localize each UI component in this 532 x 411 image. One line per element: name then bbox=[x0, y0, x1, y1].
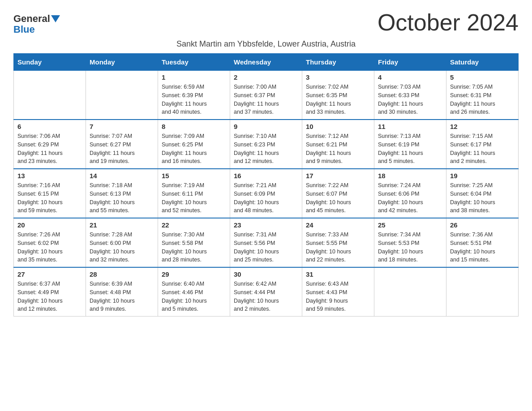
calendar-cell: 11Sunrise: 7:13 AM Sunset: 6:19 PM Dayli… bbox=[374, 120, 446, 169]
calendar-cell: 6Sunrise: 7:06 AM Sunset: 6:29 PM Daylig… bbox=[14, 120, 86, 169]
day-number: 30 bbox=[234, 270, 298, 278]
day-info: Sunrise: 7:31 AM Sunset: 5:56 PM Dayligh… bbox=[234, 231, 298, 264]
calendar-week-row: 13Sunrise: 7:16 AM Sunset: 6:15 PM Dayli… bbox=[14, 169, 519, 218]
day-number: 22 bbox=[162, 221, 226, 229]
day-number: 15 bbox=[162, 172, 226, 180]
day-info: Sunrise: 7:07 AM Sunset: 6:27 PM Dayligh… bbox=[90, 132, 154, 166]
location-subtitle: Sankt Martin am Ybbsfelde, Lower Austria… bbox=[13, 39, 519, 49]
day-number: 8 bbox=[162, 123, 226, 130]
calendar-cell: 22Sunrise: 7:30 AM Sunset: 5:58 PM Dayli… bbox=[158, 218, 230, 267]
day-number: 16 bbox=[234, 172, 298, 180]
calendar-cell: 25Sunrise: 7:34 AM Sunset: 5:53 PM Dayli… bbox=[374, 218, 446, 267]
weekday-header-tuesday: Tuesday bbox=[158, 54, 230, 71]
day-info: Sunrise: 7:33 AM Sunset: 5:55 PM Dayligh… bbox=[306, 231, 370, 264]
day-number: 12 bbox=[450, 123, 515, 130]
calendar-week-row: 27Sunrise: 6:37 AM Sunset: 4:49 PM Dayli… bbox=[14, 267, 519, 317]
day-number: 9 bbox=[234, 123, 298, 130]
calendar-cell: 18Sunrise: 7:24 AM Sunset: 6:06 PM Dayli… bbox=[374, 169, 446, 218]
calendar-cell: 8Sunrise: 7:09 AM Sunset: 6:25 PM Daylig… bbox=[158, 120, 230, 169]
day-number: 25 bbox=[378, 221, 442, 229]
day-info: Sunrise: 7:19 AM Sunset: 6:11 PM Dayligh… bbox=[162, 181, 226, 215]
day-number: 4 bbox=[378, 73, 442, 81]
calendar-cell: 23Sunrise: 7:31 AM Sunset: 5:56 PM Dayli… bbox=[230, 218, 302, 267]
calendar-cell: 30Sunrise: 6:42 AM Sunset: 4:44 PM Dayli… bbox=[230, 267, 302, 317]
weekday-header-wednesday: Wednesday bbox=[230, 54, 302, 71]
calendar-cell: 9Sunrise: 7:10 AM Sunset: 6:23 PM Daylig… bbox=[230, 120, 302, 169]
day-info: Sunrise: 7:21 AM Sunset: 6:09 PM Dayligh… bbox=[234, 181, 298, 215]
calendar-week-row: 1Sunrise: 6:59 AM Sunset: 6:39 PM Daylig… bbox=[14, 71, 519, 120]
calendar-cell: 15Sunrise: 7:19 AM Sunset: 6:11 PM Dayli… bbox=[158, 169, 230, 218]
day-number: 6 bbox=[17, 123, 82, 130]
day-info: Sunrise: 7:09 AM Sunset: 6:25 PM Dayligh… bbox=[162, 132, 226, 166]
day-number: 21 bbox=[90, 221, 154, 229]
day-info: Sunrise: 7:36 AM Sunset: 5:51 PM Dayligh… bbox=[450, 231, 515, 264]
calendar-cell: 19Sunrise: 7:25 AM Sunset: 6:04 PM Dayli… bbox=[446, 169, 519, 218]
day-info: Sunrise: 7:06 AM Sunset: 6:29 PM Dayligh… bbox=[17, 132, 82, 166]
weekday-header-monday: Monday bbox=[86, 54, 158, 71]
day-number: 19 bbox=[450, 172, 515, 180]
calendar-cell: 28Sunrise: 6:39 AM Sunset: 4:48 PM Dayli… bbox=[86, 267, 158, 317]
calendar-cell: 16Sunrise: 7:21 AM Sunset: 6:09 PM Dayli… bbox=[230, 169, 302, 218]
day-number: 28 bbox=[90, 270, 154, 278]
day-number: 3 bbox=[306, 73, 370, 81]
calendar-cell bbox=[446, 267, 519, 317]
calendar-cell: 13Sunrise: 7:16 AM Sunset: 6:15 PM Dayli… bbox=[14, 169, 86, 218]
calendar-cell: 1Sunrise: 6:59 AM Sunset: 6:39 PM Daylig… bbox=[158, 71, 230, 120]
calendar-cell: 7Sunrise: 7:07 AM Sunset: 6:27 PM Daylig… bbox=[86, 120, 158, 169]
calendar-table: SundayMondayTuesdayWednesdayThursdayFrid… bbox=[13, 53, 519, 317]
day-number: 17 bbox=[306, 172, 370, 180]
day-number: 20 bbox=[17, 221, 82, 229]
day-number: 13 bbox=[17, 172, 82, 180]
calendar-cell: 10Sunrise: 7:12 AM Sunset: 6:21 PM Dayli… bbox=[302, 120, 374, 169]
day-info: Sunrise: 6:39 AM Sunset: 4:48 PM Dayligh… bbox=[90, 280, 154, 313]
day-info: Sunrise: 7:13 AM Sunset: 6:19 PM Dayligh… bbox=[378, 132, 442, 166]
day-info: Sunrise: 7:10 AM Sunset: 6:23 PM Dayligh… bbox=[234, 132, 298, 166]
calendar-cell: 5Sunrise: 7:05 AM Sunset: 6:31 PM Daylig… bbox=[446, 71, 519, 120]
day-info: Sunrise: 6:42 AM Sunset: 4:44 PM Dayligh… bbox=[234, 280, 298, 313]
calendar-week-row: 6Sunrise: 7:06 AM Sunset: 6:29 PM Daylig… bbox=[14, 120, 519, 169]
calendar-cell: 27Sunrise: 6:37 AM Sunset: 4:49 PM Dayli… bbox=[14, 267, 86, 317]
day-info: Sunrise: 7:12 AM Sunset: 6:21 PM Dayligh… bbox=[306, 132, 370, 166]
day-number: 14 bbox=[90, 172, 154, 180]
calendar-cell: 26Sunrise: 7:36 AM Sunset: 5:51 PM Dayli… bbox=[446, 218, 519, 267]
calendar-cell: 20Sunrise: 7:26 AM Sunset: 6:02 PM Dayli… bbox=[14, 218, 86, 267]
calendar-cell: 21Sunrise: 7:28 AM Sunset: 6:00 PM Dayli… bbox=[86, 218, 158, 267]
calendar-cell: 24Sunrise: 7:33 AM Sunset: 5:55 PM Dayli… bbox=[302, 218, 374, 267]
day-info: Sunrise: 7:25 AM Sunset: 6:04 PM Dayligh… bbox=[450, 181, 515, 215]
day-number: 2 bbox=[234, 73, 298, 81]
day-number: 27 bbox=[17, 270, 82, 278]
calendar-cell: 29Sunrise: 6:40 AM Sunset: 4:46 PM Dayli… bbox=[158, 267, 230, 317]
logo-triangle-icon bbox=[51, 15, 60, 22]
day-info: Sunrise: 6:59 AM Sunset: 6:39 PM Dayligh… bbox=[162, 83, 226, 116]
month-title: October 2024 bbox=[378, 9, 519, 36]
calendar-cell bbox=[86, 71, 158, 120]
day-number: 11 bbox=[378, 123, 442, 130]
day-info: Sunrise: 7:00 AM Sunset: 6:37 PM Dayligh… bbox=[234, 83, 298, 116]
day-info: Sunrise: 7:02 AM Sunset: 6:35 PM Dayligh… bbox=[306, 83, 370, 116]
day-info: Sunrise: 7:22 AM Sunset: 6:07 PM Dayligh… bbox=[306, 181, 370, 215]
day-info: Sunrise: 7:15 AM Sunset: 6:17 PM Dayligh… bbox=[450, 132, 515, 166]
day-info: Sunrise: 6:40 AM Sunset: 4:46 PM Dayligh… bbox=[162, 280, 226, 313]
logo: General Blue bbox=[13, 9, 60, 35]
calendar-cell bbox=[374, 267, 446, 317]
day-info: Sunrise: 7:03 AM Sunset: 6:33 PM Dayligh… bbox=[378, 83, 442, 116]
day-number: 7 bbox=[90, 123, 154, 130]
day-number: 10 bbox=[306, 123, 370, 130]
day-number: 23 bbox=[234, 221, 298, 229]
day-number: 26 bbox=[450, 221, 515, 229]
day-number: 24 bbox=[306, 221, 370, 229]
calendar-cell: 3Sunrise: 7:02 AM Sunset: 6:35 PM Daylig… bbox=[302, 71, 374, 120]
calendar-cell: 31Sunrise: 6:43 AM Sunset: 4:43 PM Dayli… bbox=[302, 267, 374, 317]
calendar-cell: 17Sunrise: 7:22 AM Sunset: 6:07 PM Dayli… bbox=[302, 169, 374, 218]
day-info: Sunrise: 7:18 AM Sunset: 6:13 PM Dayligh… bbox=[90, 181, 154, 215]
calendar-cell bbox=[14, 71, 86, 120]
day-number: 1 bbox=[162, 73, 226, 81]
logo-general: General bbox=[13, 13, 50, 24]
calendar-cell: 14Sunrise: 7:18 AM Sunset: 6:13 PM Dayli… bbox=[86, 169, 158, 218]
header: General Blue October 2024 bbox=[13, 9, 519, 36]
weekday-header-friday: Friday bbox=[374, 54, 446, 71]
day-info: Sunrise: 6:37 AM Sunset: 4:49 PM Dayligh… bbox=[17, 280, 82, 313]
day-info: Sunrise: 6:43 AM Sunset: 4:43 PM Dayligh… bbox=[306, 280, 370, 313]
calendar-cell: 12Sunrise: 7:15 AM Sunset: 6:17 PM Dayli… bbox=[446, 120, 519, 169]
calendar-week-row: 20Sunrise: 7:26 AM Sunset: 6:02 PM Dayli… bbox=[14, 218, 519, 267]
